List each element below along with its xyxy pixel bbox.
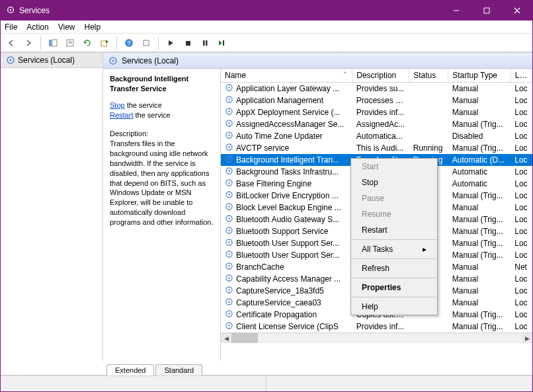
menu-file[interactable]: File bbox=[5, 22, 17, 32]
titlebar[interactable]: Services bbox=[1, 1, 532, 20]
svg-rect-7 bbox=[52, 40, 57, 46]
gear-icon bbox=[225, 107, 233, 118]
start-service-button[interactable] bbox=[163, 35, 179, 51]
gear-icon bbox=[225, 190, 233, 201]
svg-point-28 bbox=[228, 110, 230, 112]
show-hide-tree-button[interactable] bbox=[45, 35, 61, 51]
svg-point-52 bbox=[228, 253, 230, 255]
menu-view[interactable]: View bbox=[58, 22, 75, 32]
gear-icon bbox=[225, 250, 233, 260]
window-title: Services bbox=[19, 6, 441, 15]
menu-help[interactable]: Help bbox=[85, 22, 101, 32]
gear-icon bbox=[225, 297, 233, 308]
forward-button[interactable] bbox=[20, 35, 36, 51]
stop-service-button[interactable] bbox=[180, 35, 196, 51]
horizontal-scrollbar[interactable]: ◀ ▶ bbox=[221, 333, 532, 343]
context-menu-restart[interactable]: Restart bbox=[351, 222, 437, 238]
column-header-description[interactable]: Description bbox=[352, 69, 409, 83]
gear-icon bbox=[225, 155, 233, 165]
console-tree: Services (Local) bbox=[1, 53, 103, 361]
service-row[interactable]: AssignedAccessManager Se...AssignedAc...… bbox=[221, 118, 532, 130]
svg-rect-11 bbox=[101, 41, 106, 46]
column-header-startup-type[interactable]: Startup Type bbox=[448, 69, 511, 83]
svg-point-64 bbox=[228, 325, 230, 327]
context-menu-resume: Resume bbox=[351, 206, 437, 222]
services-window: Services File Action View Help ? bbox=[0, 0, 533, 392]
right-panel: Services (Local) Background Intelligent … bbox=[103, 53, 532, 361]
svg-rect-17 bbox=[206, 40, 208, 46]
toolbar: ? bbox=[1, 34, 532, 52]
view-tabs: Extended Standard bbox=[1, 361, 532, 375]
svg-point-46 bbox=[228, 217, 230, 219]
status-bar bbox=[1, 375, 532, 391]
svg-rect-3 bbox=[484, 8, 489, 13]
pause-service-button[interactable] bbox=[197, 35, 213, 51]
right-body: Background Intelligent Transfer Service … bbox=[103, 69, 532, 361]
services-gear-icon bbox=[6, 5, 15, 17]
scroll-left-icon[interactable]: ◀ bbox=[221, 333, 231, 343]
context-menu-start: Start bbox=[351, 159, 437, 175]
gear-icon bbox=[225, 202, 233, 213]
maximize-button[interactable] bbox=[472, 1, 502, 20]
svg-point-56 bbox=[228, 277, 230, 279]
svg-point-40 bbox=[228, 182, 230, 184]
export-button[interactable] bbox=[97, 35, 112, 51]
restart-service-link[interactable]: Restart bbox=[110, 111, 133, 119]
column-header-status[interactable]: Status bbox=[409, 69, 448, 83]
column-header-log[interactable]: Log bbox=[511, 69, 532, 83]
refresh-button[interactable] bbox=[79, 35, 95, 51]
svg-rect-18 bbox=[223, 40, 224, 46]
description-text: Transfers files in the background using … bbox=[110, 139, 214, 227]
service-row[interactable]: Application ManagementProcesses in...Man… bbox=[221, 95, 532, 106]
properties-button[interactable] bbox=[62, 35, 78, 51]
context-menu-refresh[interactable]: Refresh bbox=[351, 260, 437, 276]
context-menu-stop[interactable]: Stop bbox=[351, 175, 437, 190]
back-button[interactable] bbox=[3, 35, 19, 51]
tab-extended[interactable]: Extended bbox=[106, 364, 154, 375]
gear-icon bbox=[225, 274, 233, 284]
svg-point-22 bbox=[112, 59, 114, 61]
svg-point-30 bbox=[228, 122, 230, 124]
gear-icon bbox=[225, 262, 233, 272]
gear-icon bbox=[225, 119, 233, 130]
svg-point-54 bbox=[228, 265, 230, 267]
svg-point-24 bbox=[228, 87, 230, 89]
menu-action[interactable]: Action bbox=[26, 22, 48, 32]
svg-point-34 bbox=[228, 146, 230, 148]
context-menu: StartStopPauseResumeRestartAll Tasks▸Ref… bbox=[350, 158, 438, 315]
gear-icon bbox=[225, 83, 233, 94]
tab-standard[interactable]: Standard bbox=[155, 364, 202, 375]
service-row[interactable]: Auto Time Zone UpdaterAutomatica...Disab… bbox=[221, 130, 532, 142]
context-menu-properties[interactable]: Properties bbox=[351, 280, 437, 295]
svg-text:?: ? bbox=[127, 40, 130, 46]
svg-point-44 bbox=[228, 206, 230, 208]
context-menu-help[interactable]: Help bbox=[351, 299, 437, 315]
svg-rect-14 bbox=[144, 40, 149, 46]
tree-item-label: Services (Local) bbox=[18, 56, 75, 65]
stop-service-link[interactable]: Stop bbox=[110, 101, 125, 109]
help-button[interactable]: ? bbox=[121, 35, 137, 51]
scroll-right-icon[interactable]: ▶ bbox=[522, 333, 532, 343]
tree-item-services-local[interactable]: Services (Local) bbox=[1, 53, 102, 68]
gear-icon bbox=[225, 95, 233, 106]
svg-point-20 bbox=[10, 59, 12, 61]
service-row[interactable]: Client License Service (ClipSProvides in… bbox=[221, 321, 532, 333]
services-list: Name⌃DescriptionStatusStartup TypeLog Ap… bbox=[221, 69, 532, 361]
column-header-name[interactable]: Name⌃ bbox=[221, 69, 352, 83]
gear-icon bbox=[225, 143, 233, 153]
svg-point-62 bbox=[228, 313, 230, 315]
svg-point-1 bbox=[10, 9, 12, 11]
gear-icon bbox=[225, 309, 233, 320]
service-row[interactable]: Application Layer Gateway ...Provides su… bbox=[221, 83, 532, 95]
submenu-arrow-icon: ▸ bbox=[423, 245, 427, 254]
service-row[interactable]: AppX Deployment Service (...Provides inf… bbox=[221, 106, 532, 118]
restart-service-button[interactable] bbox=[214, 35, 230, 51]
minimize-button[interactable] bbox=[441, 1, 472, 20]
service-row[interactable]: AVCTP serviceThis is Audi...RunningManua… bbox=[221, 142, 532, 154]
context-menu-all-tasks[interactable]: All Tasks▸ bbox=[351, 241, 437, 257]
gear-icon bbox=[108, 56, 118, 65]
close-button[interactable] bbox=[502, 1, 532, 20]
svg-point-58 bbox=[228, 289, 230, 291]
toolbar-extra-button[interactable] bbox=[138, 35, 154, 51]
sort-asc-icon: ⌃ bbox=[343, 71, 348, 77]
